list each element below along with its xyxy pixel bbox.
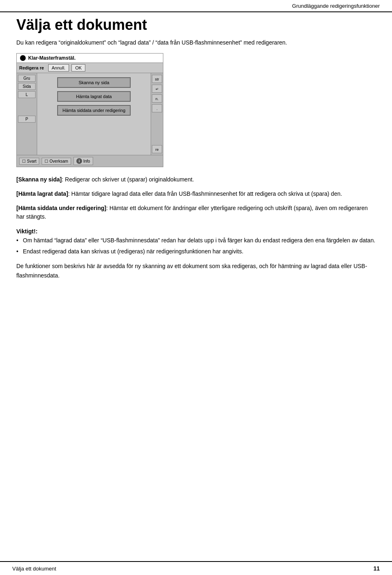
skanna-text: : Redigerar och skriver ut (sparar) orig… bbox=[62, 176, 194, 183]
skanna-label: [Skanna ny sida] bbox=[16, 176, 62, 183]
right-item-arrow: ↵ bbox=[152, 85, 162, 93]
hamta-siddata-label: [Hämta siddata under redigering] bbox=[16, 205, 106, 211]
sidebar-item-sida[interactable]: Sida bbox=[18, 83, 36, 90]
svart-label: Svart bbox=[27, 159, 36, 163]
hamta-siddata-button[interactable]: Hämta siddata under redigering bbox=[57, 105, 131, 116]
info-label: Info bbox=[83, 159, 90, 163]
hamta-lagrat-description: [Hämta lagrat data]: Hämtar tidigare lag… bbox=[16, 190, 376, 198]
right-item-dot: . bbox=[152, 104, 162, 112]
hamta-lagrat-label: [Hämta lagrat data] bbox=[16, 190, 68, 197]
mockup-right-panel: str ↵ n. . re bbox=[151, 73, 163, 155]
mockup-footer: ☐ Svart ☐ Overksam i Info bbox=[17, 155, 163, 167]
mockup-toolbar: Redigera re Annull. OK bbox=[17, 63, 163, 73]
footer-section-title: Välja ett dokument bbox=[12, 566, 56, 572]
svart-icon: ☐ bbox=[22, 159, 26, 163]
mockup-sidebar: Gru Sida L P bbox=[17, 73, 37, 155]
important-section: Viktigt!: Om hämtad “lagrad data” eller … bbox=[16, 227, 376, 256]
mockup-annul-button[interactable]: Annull. bbox=[48, 64, 69, 72]
footer-page-number: 11 bbox=[373, 565, 380, 572]
important-list: Om hämtad “lagrad data” eller “USB-flash… bbox=[16, 236, 376, 256]
page-footer: Välja ett dokument 11 bbox=[0, 561, 392, 575]
main-content: Välja ett dokument Du kan redigera “orig… bbox=[0, 16, 392, 280]
overksam-button[interactable]: ☐ Overksam bbox=[42, 158, 71, 165]
sidebar-item-p[interactable]: P bbox=[18, 116, 36, 123]
right-item-n: n. bbox=[152, 94, 162, 103]
skanna-description: [Skanna ny sida]: Redigerar och skriver … bbox=[16, 175, 376, 184]
svart-button[interactable]: ☐ Svart bbox=[19, 158, 39, 165]
page-title: Välja ett dokument bbox=[16, 16, 376, 34]
overksam-icon: ☐ bbox=[45, 159, 48, 163]
ui-mockup: Klar-Masterframstäl. Redigera re Annull.… bbox=[16, 53, 163, 167]
right-item-str: str bbox=[152, 75, 162, 83]
skanna-ny-sida-button[interactable]: Skanna ny sida bbox=[57, 77, 131, 88]
mockup-main-area: Gru Sida L P Skanna ny sida Hämta lagrat… bbox=[17, 73, 163, 155]
important-title: Viktigt!: bbox=[16, 228, 38, 235]
overksam-label: Overksam bbox=[49, 159, 68, 163]
final-paragraph: De funktioner som beskrivs här är avsedd… bbox=[16, 262, 376, 280]
mockup-circle-icon bbox=[20, 55, 26, 61]
page-header: Grundläggande redigeringsfunktioner bbox=[0, 0, 392, 12]
mockup-title-bar: Klar-Masterframstäl. bbox=[17, 54, 163, 63]
important-bullet-1: Om hämtad “lagrad data” eller “USB-flash… bbox=[16, 236, 376, 245]
hamta-siddata-description: [Hämta siddata under redigering]: Hämtar… bbox=[16, 204, 376, 221]
header-title: Grundläggande redigeringsfunktioner bbox=[292, 3, 380, 9]
subtitle: Du kan redigera “originaldokument” och “… bbox=[16, 39, 376, 46]
mockup-title: Klar-Masterframstäl. bbox=[28, 55, 76, 61]
important-bullet-2: Endast redigerad data kan skrivas ut (re… bbox=[16, 247, 376, 256]
info-button[interactable]: i Info bbox=[74, 157, 93, 165]
sidebar-item-l[interactable]: L bbox=[18, 91, 36, 98]
info-icon: i bbox=[76, 158, 82, 164]
hamta-lagrat-text: : Hämtar tidigare lagrad data eller data… bbox=[68, 190, 342, 197]
sidebar-item-gru[interactable]: Gru bbox=[18, 75, 36, 82]
mockup-toolbar-label: Redigera re bbox=[19, 65, 44, 70]
mockup-ok-button[interactable]: OK bbox=[71, 64, 85, 72]
right-item-re: re bbox=[152, 145, 162, 153]
hamta-lagrat-data-button[interactable]: Hämta lagrat data bbox=[57, 91, 131, 102]
mockup-center-panel: Skanna ny sida Hämta lagrat data Hämta s… bbox=[37, 73, 151, 155]
